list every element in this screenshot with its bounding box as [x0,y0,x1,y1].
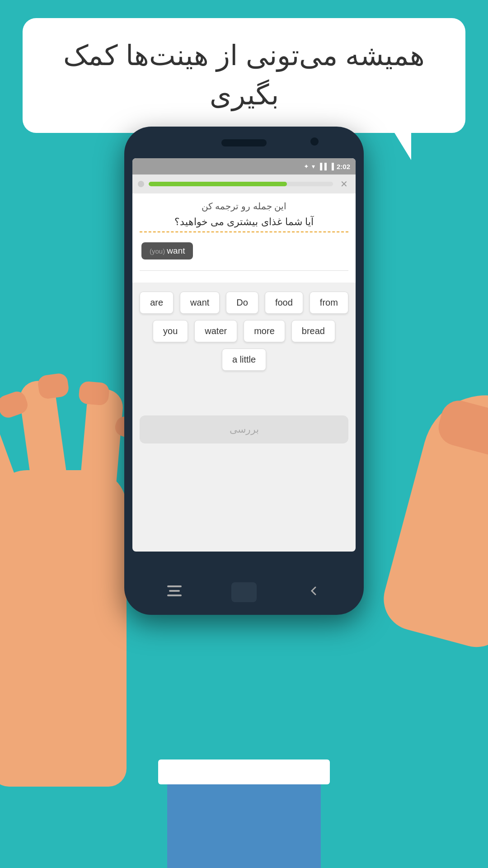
status-time: 2:02 [337,163,350,170]
speech-bubble: همیشه می‌تونی از هینت‌ها کمک بگیری [23,18,465,133]
progress-bar-track [149,182,333,186]
selected-word-chip[interactable]: (you) want [141,242,193,259]
menu-icon[interactable] [167,585,182,600]
phone-screen: ✦ ▾ ▐▐ ▐ 2:02 ✕ این جمله رو ترجمه کن آیا… [132,158,356,552]
word-chip-are[interactable]: are [140,292,174,314]
word-chip-water[interactable]: water [194,320,237,342]
phone-camera [310,137,319,146]
phone-nav [124,582,364,602]
progress-dot [138,181,144,187]
phone: ✦ ▾ ▐▐ ▐ 2:02 ✕ این جمله رو ترجمه کن آیا… [124,127,364,615]
back-icon[interactable] [306,584,321,601]
progress-bar-fill [149,182,287,186]
signal-icon: ▐▐ [318,163,327,170]
word-chip-food[interactable]: food [265,292,303,314]
answer-divider [140,270,348,271]
persian-sentence: آیا شما غذای بیشتری می خواهید؟ [140,216,348,232]
word-chip-more[interactable]: more [244,320,285,342]
word-chip-want[interactable]: want [180,292,220,314]
screen-content: این جمله رو ترجمه کن آیا شما غذای بیشتری… [132,193,356,283]
svg-rect-1 [169,590,180,592]
you-part: (you) [150,247,167,255]
progress-area: ✕ [132,175,356,193]
word-chip-bread[interactable]: bread [291,320,335,342]
translate-label: این جمله رو ترجمه کن [140,201,348,212]
word-chip-you[interactable]: you [153,320,188,342]
word-chip-do[interactable]: Do [226,292,258,314]
answer-area: (you) want [140,239,348,266]
speech-bubble-text: همیشه می‌تونی از هینت‌ها کمک بگیری [45,36,443,115]
word-bank-row-3: a little [137,349,351,371]
word-chip-from[interactable]: from [310,292,348,314]
check-button-area: بررسی [132,409,356,453]
wifi-icon: ▾ [312,163,315,170]
check-button[interactable]: بررسی [140,415,348,443]
battery-icon: ▐ [329,163,334,170]
phone-speaker [221,139,267,146]
word-bank-row-1: are want Do food from [137,292,351,314]
svg-rect-2 [167,594,182,596]
bluetooth-icon: ✦ [304,163,309,170]
word-bank-row-2: you water more bread [137,320,351,342]
word-bank-area: are want Do food from you water more bre… [132,283,356,409]
word-chip-a-little[interactable]: a little [222,349,266,371]
home-button[interactable] [231,582,257,602]
status-bar: ✦ ▾ ▐▐ ▐ 2:02 [132,158,356,175]
close-button[interactable]: ✕ [338,178,350,190]
svg-rect-0 [167,585,182,587]
